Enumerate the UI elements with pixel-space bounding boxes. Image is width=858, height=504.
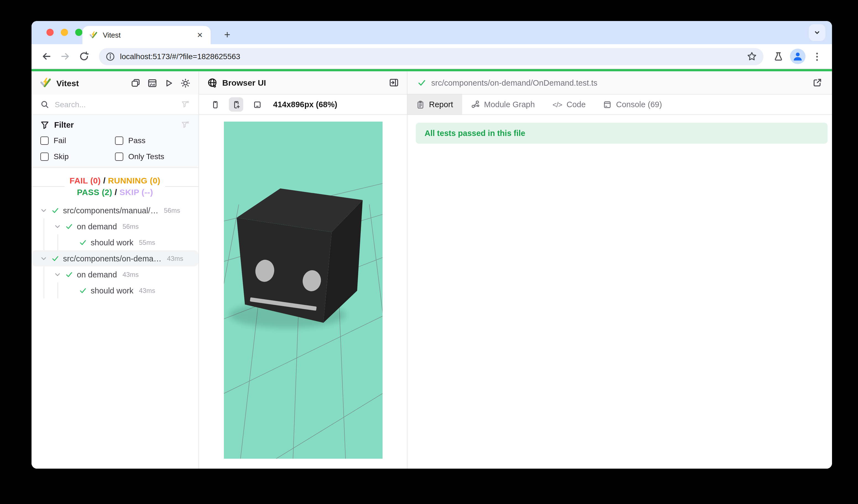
indent-guide bbox=[40, 218, 54, 234]
filter-option-pass[interactable]: Pass bbox=[115, 136, 190, 145]
pass-check-icon bbox=[65, 223, 73, 230]
checkbox[interactable] bbox=[41, 136, 49, 145]
collapse-panels-icon[interactable] bbox=[131, 78, 140, 87]
tree-row[interactable]: should work 55ms bbox=[32, 234, 198, 250]
test-label: should work bbox=[91, 286, 133, 295]
desktop: Vitest ✕ + localhost:5173/#/?file=182862… bbox=[0, 0, 858, 504]
browser-ui-title: Browser UI bbox=[222, 78, 266, 87]
tab-code[interactable]: </> Code bbox=[544, 95, 594, 114]
report-icon bbox=[416, 100, 425, 109]
dock-panel-right-icon[interactable] bbox=[389, 78, 399, 87]
search-icon bbox=[41, 100, 49, 109]
phone-plus-icon bbox=[232, 100, 240, 109]
checkbox[interactable] bbox=[115, 136, 123, 145]
back-arrow-icon bbox=[42, 51, 51, 61]
dashboard-icon[interactable] bbox=[148, 78, 157, 87]
chevron-down-icon[interactable] bbox=[40, 255, 48, 262]
indent-guide bbox=[54, 234, 67, 250]
bookmark-star-icon[interactable] bbox=[747, 51, 757, 61]
viewport-area bbox=[199, 115, 407, 469]
filter-title: Filter bbox=[54, 120, 176, 129]
browser-ui-panel: Browser UI 414x896px (68%) bbox=[199, 71, 408, 469]
viewport-size-label[interactable]: 414x896px (68%) bbox=[273, 100, 337, 109]
test-duration: 56ms bbox=[123, 223, 139, 230]
test-duration: 43ms bbox=[139, 287, 155, 294]
tree-row[interactable]: src/components/manual/… 56ms bbox=[32, 202, 198, 218]
report-panel: src/components/on-demand/OnDemand.test.t… bbox=[408, 71, 832, 469]
test-duration: 43ms bbox=[167, 255, 183, 262]
tree-row[interactable]: should work 43ms bbox=[32, 282, 198, 298]
window-controls bbox=[46, 29, 82, 36]
run-all-icon[interactable] bbox=[164, 78, 174, 87]
new-tab-button[interactable]: + bbox=[220, 27, 235, 43]
device-tablet-button[interactable] bbox=[250, 97, 264, 112]
vitest-app: Vitest Filter bbox=[32, 71, 832, 469]
theme-toggle-sun-icon[interactable] bbox=[181, 78, 190, 87]
indent-guide bbox=[40, 266, 54, 282]
running-count: RUNNING (0) bbox=[108, 176, 160, 185]
pass-check-icon bbox=[51, 207, 59, 214]
test-label: src/components/on-dema… bbox=[63, 254, 161, 263]
tab-search-button[interactable] bbox=[809, 24, 825, 41]
file-path: src/components/on-demand/OnDemand.test.t… bbox=[431, 78, 597, 87]
person-icon bbox=[790, 49, 806, 64]
chevron-down-icon[interactable] bbox=[40, 207, 48, 214]
device-toolbar: 414x896px (68%) bbox=[199, 95, 407, 115]
chrome-menu-button[interactable]: ⋮ bbox=[810, 49, 824, 64]
tablet-minus-icon bbox=[253, 100, 261, 109]
experiments-button[interactable] bbox=[771, 49, 785, 64]
globe-icon bbox=[207, 78, 217, 87]
clear-filter-icon[interactable] bbox=[181, 120, 190, 129]
close-window-button[interactable] bbox=[46, 29, 54, 36]
test-label: on demand bbox=[77, 270, 117, 279]
vitest-progress-bar bbox=[32, 69, 832, 71]
tree-row[interactable]: on demand 56ms bbox=[32, 218, 198, 234]
flask-icon bbox=[774, 51, 783, 61]
device-phone-small-button[interactable] bbox=[208, 97, 222, 112]
filter-option-only-tests[interactable]: Only Tests bbox=[115, 152, 190, 161]
file-header: src/components/on-demand/OnDemand.test.t… bbox=[408, 71, 832, 95]
tree-row[interactable]: on demand 43ms bbox=[32, 266, 198, 282]
chevron-down-icon bbox=[813, 28, 822, 37]
test-label: should work bbox=[91, 238, 133, 247]
forward-button[interactable] bbox=[58, 49, 73, 64]
chevron-down-icon[interactable] bbox=[54, 271, 61, 278]
tab-title: Vitest bbox=[103, 31, 196, 39]
search-input[interactable] bbox=[55, 100, 175, 109]
open-external-icon[interactable] bbox=[813, 78, 822, 87]
cube-head bbox=[236, 189, 362, 323]
clear-filter-icon[interactable] bbox=[181, 100, 190, 109]
test-tree: src/components/manual/… 56ms on demand 5… bbox=[32, 202, 198, 298]
pass-count: PASS (2) bbox=[77, 188, 112, 197]
reload-button[interactable] bbox=[77, 49, 91, 64]
profile-avatar[interactable] bbox=[790, 49, 806, 64]
chevron-down-icon[interactable] bbox=[54, 223, 61, 230]
tab-report[interactable]: Report bbox=[408, 95, 462, 114]
tester-viewport[interactable] bbox=[224, 121, 382, 459]
search-row bbox=[32, 95, 198, 115]
chrome-tab-strip: Vitest ✕ + bbox=[32, 21, 832, 44]
tree-row[interactable]: src/components/on-dema… 43ms bbox=[32, 250, 198, 266]
checkbox[interactable] bbox=[115, 152, 123, 161]
url-text[interactable]: localhost:5173/#/?file=1828625563 bbox=[120, 52, 742, 61]
site-info-icon[interactable] bbox=[106, 52, 115, 61]
fullscreen-window-button[interactable] bbox=[75, 29, 82, 36]
checkbox[interactable] bbox=[41, 152, 49, 161]
phone-icon bbox=[211, 100, 219, 109]
minimize-window-button[interactable] bbox=[61, 29, 68, 36]
browser-ui-header: Browser UI bbox=[199, 71, 407, 95]
close-tab-icon[interactable]: ✕ bbox=[196, 30, 204, 40]
device-phone-plus-button[interactable] bbox=[229, 97, 243, 112]
vitest-logo bbox=[40, 77, 51, 89]
pass-check-icon bbox=[79, 239, 87, 246]
address-bar[interactable]: localhost:5173/#/?file=1828625563 bbox=[99, 48, 763, 65]
filter-option-skip[interactable]: Skip bbox=[41, 152, 115, 161]
browser-tab[interactable]: Vitest ✕ bbox=[82, 26, 211, 44]
vitest-favicon bbox=[89, 31, 98, 39]
chrome-toolbar: localhost:5173/#/?file=1828625563 ⋮ bbox=[32, 44, 832, 68]
filter-option-fail[interactable]: Fail bbox=[41, 136, 115, 145]
tab-module-graph[interactable]: Module Graph bbox=[462, 95, 544, 114]
tab-console[interactable]: Console (69) bbox=[594, 95, 671, 114]
back-button[interactable] bbox=[39, 49, 54, 64]
module-graph-icon bbox=[471, 100, 480, 109]
